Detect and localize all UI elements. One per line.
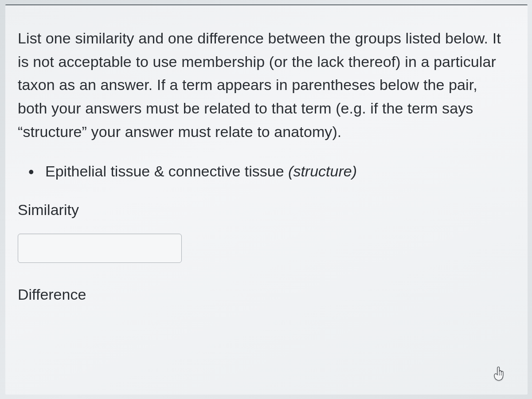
bullet-main-text: Epithelial tissue & connective tissue — [45, 163, 288, 180]
bullet-paren-text: (structure) — [288, 163, 357, 180]
difference-label: Difference — [18, 286, 511, 303]
similarity-label: Similarity — [18, 201, 511, 219]
question-prompt: List one similarity and one difference b… — [18, 27, 511, 143]
question-bullet-item: Epithelial tissue & connective tissue (s… — [36, 160, 511, 183]
pointer-cursor-icon — [492, 366, 505, 382]
question-bullet-list: Epithelial tissue & connective tissue (s… — [18, 160, 511, 183]
question-card: List one similarity and one difference b… — [5, 4, 528, 395]
similarity-input[interactable] — [18, 234, 182, 263]
